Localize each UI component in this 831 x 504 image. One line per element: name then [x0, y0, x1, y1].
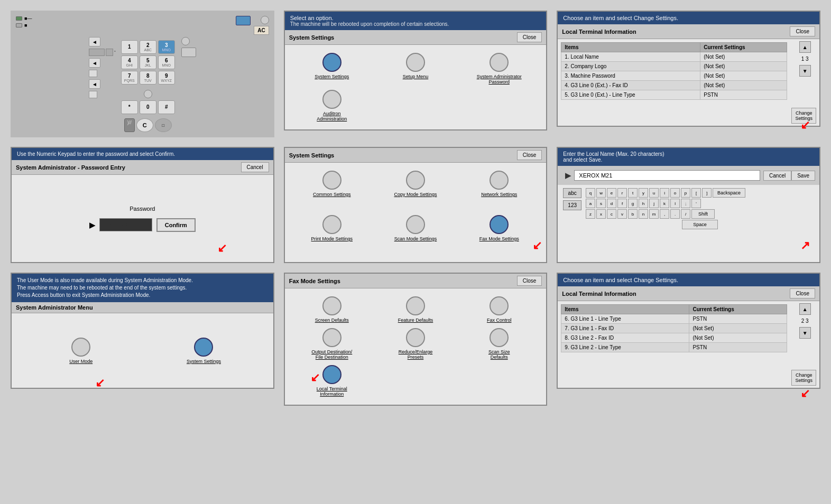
arrow-up-9[interactable]: ▲: [799, 303, 811, 315]
menu-item-system-settings-admin[interactable]: System Settings: [145, 338, 262, 364]
change-settings-btn-9[interactable]: ChangeSettings: [791, 370, 816, 386]
c-btn-1[interactable]: C: [136, 118, 153, 132]
key-lbracket[interactable]: [: [691, 188, 701, 198]
space-button[interactable]: Space: [682, 220, 718, 229]
key-z[interactable]: z: [586, 209, 595, 219]
table-row[interactable]: 5. G3 Line 0 (Ext.) - Line Type PSTN: [561, 90, 787, 100]
name-input[interactable]: [574, 170, 760, 181]
special-btn-1[interactable]: )//: [124, 118, 135, 132]
mode-123[interactable]: 123: [563, 200, 581, 210]
key-t[interactable]: t: [628, 188, 638, 198]
key-8[interactable]: 8TUV: [140, 71, 156, 85]
nav-left-3[interactable]: ◄: [89, 79, 100, 89]
shift-button[interactable]: Shift: [691, 209, 715, 219]
table-row[interactable]: 1. Local Name (Not Set): [561, 52, 787, 62]
key-l[interactable]: l: [670, 199, 680, 208]
menu-item-setup-menu[interactable]: Setup Menu: [376, 53, 455, 85]
arrow-down-3[interactable]: ▼: [799, 65, 811, 77]
key-slash[interactable]: /: [681, 209, 690, 219]
menu-item-print[interactable]: Print Mode Settings: [293, 215, 371, 254]
name-cancel-button[interactable]: Cancel: [763, 171, 791, 181]
menu-item-scan[interactable]: Scan Mode Settings: [376, 215, 455, 254]
key-j[interactable]: j: [649, 199, 659, 208]
menu-item-output-dest[interactable]: Output Destination/File Destination: [293, 328, 371, 360]
key-b[interactable]: b: [628, 209, 638, 219]
key-period[interactable]: .: [670, 209, 680, 219]
close-button-5[interactable]: Close: [517, 150, 542, 160]
key-v[interactable]: v: [617, 209, 627, 219]
power-button[interactable]: [261, 16, 269, 24]
menu-item-feature-defaults[interactable]: Feature Defaults: [376, 296, 455, 323]
key-hash[interactable]: #: [158, 100, 175, 114]
key-0[interactable]: 0: [140, 100, 156, 114]
menu-item-auditron[interactable]: AuditronAdministration: [293, 90, 371, 122]
menu-item-reduce-enlarge[interactable]: Reduce/EnlargePresets: [376, 328, 455, 360]
table-row[interactable]: 2. Company Logo (Not Set): [561, 62, 787, 71]
key-rbracket[interactable]: ]: [702, 188, 712, 198]
key-d[interactable]: d: [607, 199, 616, 208]
key-c[interactable]: c: [607, 209, 616, 219]
backspace-button[interactable]: Backspace: [713, 188, 745, 198]
nav-left-2[interactable]: ◄: [89, 58, 100, 68]
key-w[interactable]: w: [596, 188, 606, 198]
key-q[interactable]: q: [586, 188, 595, 198]
table-row[interactable]: 9. G3 Line 2 - Line Type PSTN: [561, 343, 787, 352]
close-button-9[interactable]: Close: [790, 288, 815, 298]
key-y[interactable]: y: [639, 188, 648, 198]
key-5[interactable]: 5JKL: [140, 55, 156, 69]
menu-item-local-terminal[interactable]: Local TerminalInformation: [293, 365, 371, 397]
key-i[interactable]: i: [660, 188, 669, 198]
key-o[interactable]: o: [670, 188, 680, 198]
arrow-down-9[interactable]: ▼: [799, 327, 811, 339]
close-button-8[interactable]: Close: [517, 276, 542, 286]
key-g[interactable]: g: [628, 199, 638, 208]
name-save-button[interactable]: Save: [791, 171, 815, 181]
mode-abc[interactable]: abc: [563, 188, 581, 198]
menu-item-fax-control[interactable]: Fax Control: [460, 296, 538, 323]
table-row[interactable]: 4. G3 Line 0 (Ext.) - Fax ID (Not Set): [561, 81, 787, 90]
key-2[interactable]: 2ABC: [140, 40, 156, 54]
confirm-button[interactable]: Confirm: [156, 218, 196, 232]
menu-item-system-settings[interactable]: System Settings: [293, 53, 371, 85]
table-row[interactable]: 3. Machine Password (Not Set): [561, 71, 787, 81]
key-p[interactable]: p: [681, 188, 690, 198]
key-3[interactable]: 3MNO: [158, 40, 175, 54]
close-button[interactable]: Close: [517, 32, 542, 42]
key-a[interactable]: a: [586, 199, 595, 208]
key-u[interactable]: u: [649, 188, 659, 198]
menu-item-common[interactable]: Common Settings: [293, 171, 371, 210]
key-comma[interactable]: ,: [660, 209, 669, 219]
pw-field[interactable]: ••••••: [99, 218, 152, 231]
key-h[interactable]: h: [639, 199, 648, 208]
key-m[interactable]: m: [649, 209, 659, 219]
key-star[interactable]: *: [121, 100, 138, 114]
key-1[interactable]: 1: [121, 40, 138, 54]
ac-button[interactable]: AC: [254, 26, 269, 35]
key-x[interactable]: x: [596, 209, 606, 219]
key-f[interactable]: f: [617, 199, 627, 208]
close-button-3[interactable]: Close: [790, 26, 815, 36]
key-apos[interactable]: ': [691, 199, 701, 208]
change-settings-btn-3[interactable]: ChangeSettings: [791, 108, 816, 124]
key-semi[interactable]: ;: [681, 199, 690, 208]
table-row[interactable]: 6. G3 Line 1 - Line Type PSTN: [561, 314, 787, 324]
table-row[interactable]: 7. G3 Line 1 - Fax ID (Not Set): [561, 324, 787, 333]
pw-cancel-button[interactable]: Cancel: [241, 162, 269, 172]
key-e[interactable]: e: [607, 188, 616, 198]
c-btn-2[interactable]: □: [155, 118, 172, 132]
key-k[interactable]: k: [660, 199, 669, 208]
menu-item-sys-admin-password[interactable]: System AdministratorPassword: [460, 53, 538, 85]
key-9[interactable]: 9WXYZ: [158, 71, 175, 85]
key-6[interactable]: 6MNO: [158, 55, 175, 69]
menu-item-user-mode[interactable]: User Mode: [22, 338, 140, 364]
menu-item-scan-size[interactable]: Scan SizeDefaults: [460, 328, 538, 360]
menu-item-network[interactable]: Network Settings: [460, 171, 538, 210]
key-7[interactable]: 7PQRS: [121, 71, 138, 85]
key-n[interactable]: n: [639, 209, 648, 219]
arrow-up-3[interactable]: ▲: [799, 41, 811, 53]
nav-left-1[interactable]: ◄: [89, 37, 100, 46]
key-s[interactable]: s: [596, 199, 606, 208]
table-row[interactable]: 8. G3 Line 2 - Fax ID (Not Set): [561, 333, 787, 343]
key-r[interactable]: r: [617, 188, 627, 198]
menu-item-copy[interactable]: Copy Mode Settings: [376, 171, 455, 210]
